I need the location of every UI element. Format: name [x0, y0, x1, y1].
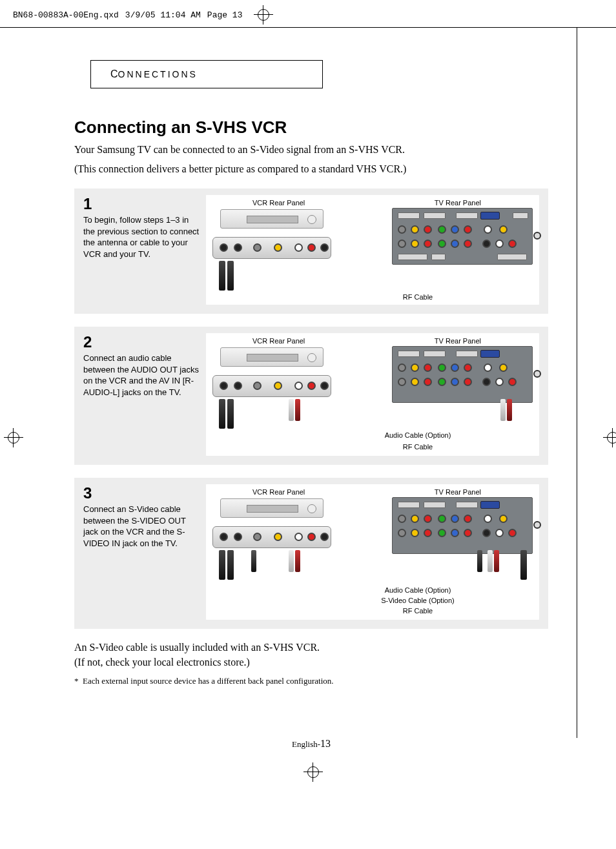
intro-text-1: Your Samsung TV can be connected to an S… — [74, 143, 548, 157]
post-text-1: An S-Video cable is usually included wit… — [74, 640, 548, 655]
section-header: CONNECTIONS — [90, 60, 323, 88]
tv-label: TV Rear Panel — [435, 199, 481, 207]
tv-rear-icon — [392, 346, 533, 403]
vcr-label: VCR Rear Panel — [252, 199, 305, 207]
footnote-text: Each external input source device has a … — [83, 676, 334, 686]
step-1: 1 To begin, follow steps 1–3 in the prev… — [74, 189, 548, 314]
vcr-front-icon — [220, 498, 323, 518]
step-1-number: 1 — [83, 195, 200, 213]
step-2: 2 Connect an audio cable between the AUD… — [74, 327, 548, 465]
svideo-cable-label: S-Video Cable (Option) — [322, 597, 513, 604]
tv-rear-icon — [392, 208, 533, 265]
step-3-text: Connect an S-Video cable between the S-V… — [83, 504, 200, 549]
coax-plugs-icon — [219, 550, 236, 581]
rf-cable-label: RF Cable — [322, 293, 513, 301]
page-number: English-13 — [74, 738, 548, 750]
vcr-rear-icon — [212, 375, 331, 397]
print-page: Page 13 — [207, 10, 243, 20]
vcr-front-icon — [220, 209, 323, 229]
svideo-plug-left-icon — [251, 550, 258, 573]
step-1-text: To begin, follow steps 1–3 in the previo… — [83, 214, 200, 260]
rf-cable-label: RF Cable — [322, 607, 513, 615]
asterisk-icon: * — [74, 676, 79, 686]
step-3-diagram: VCR Rear Panel TV Rear Panel — [206, 484, 539, 620]
footnote: * Each external input source device has … — [74, 676, 548, 686]
vcr-front-icon — [220, 347, 323, 367]
section-header-first: C — [110, 68, 118, 80]
registration-mark-right — [598, 428, 616, 447]
rca-plugs-right-icon — [500, 399, 513, 422]
rca-plugs-right-icon — [488, 550, 500, 573]
vcr-rear-icon — [212, 237, 331, 259]
vcr-rear-icon — [212, 526, 331, 548]
rf-cable-label: RF Cable — [322, 443, 513, 451]
coax-plug-right-icon — [520, 550, 529, 581]
rca-plugs-left-icon — [289, 550, 302, 573]
coax-port-icon — [533, 232, 541, 240]
step-1-diagram: VCR Rear Panel TV Rear Panel — [206, 195, 539, 305]
svideo-plug-right-icon — [477, 550, 484, 573]
vcr-label: VCR Rear Panel — [252, 337, 305, 345]
vcr-label: VCR Rear Panel — [252, 488, 305, 496]
page-content: CONNECTIONS Connecting an S-VHS VCR Your… — [74, 60, 548, 750]
step-3: 3 Connect an S-Video cable between the S… — [74, 478, 548, 629]
step-3-number: 3 — [83, 484, 200, 502]
page-number-prefix: English- — [292, 739, 320, 749]
registration-mark-icon — [254, 5, 273, 25]
step-2-diagram: VCR Rear Panel TV Rear Panel — [206, 333, 539, 456]
intro-text-2: (This connection delivers a better pictu… — [74, 162, 548, 176]
section-header-rest: ONNECTIONS — [118, 69, 198, 79]
page-number-value: 13 — [320, 738, 331, 749]
post-text-2: (If not, check your local electronics st… — [74, 655, 548, 670]
rca-plugs-left-icon — [289, 399, 302, 422]
coax-plugs-icon — [219, 399, 236, 430]
step-2-text: Connect an audio cable between the AUDIO… — [83, 353, 200, 398]
print-datetime: 3/9/05 11:04 AM — [125, 10, 201, 20]
right-crop-rule — [577, 28, 577, 738]
audio-cable-label: Audio Cable (Option) — [322, 431, 513, 439]
tv-rear-icon — [392, 497, 533, 554]
registration-mark-left — [0, 428, 18, 447]
print-header: BN68-00883A-00Eng.qxd 3/9/05 11:04 AM Pa… — [0, 0, 616, 28]
page-title: Connecting an S-VHS VCR — [74, 118, 548, 138]
coax-port-icon — [533, 370, 541, 378]
audio-cable-label: Audio Cable (Option) — [322, 586, 513, 594]
tv-label: TV Rear Panel — [435, 337, 481, 345]
coax-port-icon — [533, 521, 541, 529]
step-2-number: 2 — [83, 333, 200, 351]
tv-label: TV Rear Panel — [435, 488, 481, 496]
print-filename: BN68-00883A-00Eng.qxd — [13, 10, 119, 20]
registration-mark-bottom — [298, 762, 318, 782]
coax-plugs-icon — [219, 261, 236, 292]
